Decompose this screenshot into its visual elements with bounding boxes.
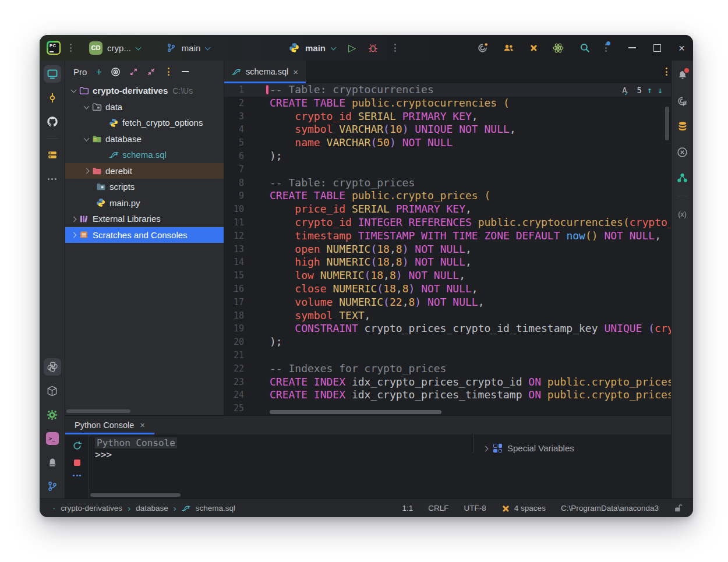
run-options-kebab-icon[interactable] — [390, 44, 401, 52]
code-line-20[interactable]: 20); — [224, 335, 671, 349]
line-number[interactable]: 24 — [224, 388, 252, 402]
tree-item-scripts[interactable]: scripts — [65, 179, 224, 195]
chevron-right-icon[interactable] — [483, 446, 488, 451]
stop-console-icon[interactable] — [74, 460, 80, 466]
inspections-widget[interactable]: A✓ 5 ↑ ↓ — [622, 85, 663, 96]
hierarchy-molecule-icon[interactable] — [674, 169, 691, 186]
python-packages-tool-icon[interactable] — [44, 382, 61, 400]
code-line-24[interactable]: 24CREATE INDEX idx_crypto_prices_timesta… — [224, 388, 671, 402]
line-number[interactable]: 13 — [224, 243, 252, 256]
variables-view-icon[interactable]: (x) — [674, 206, 691, 223]
indent-setting[interactable]: 4 spaces — [514, 504, 546, 512]
chevron-right-icon[interactable] — [84, 168, 89, 174]
line-number[interactable]: 15 — [224, 269, 252, 282]
more-tool-windows-icon[interactable] — [44, 170, 61, 188]
editor-horizontal-scrollbar[interactable] — [270, 410, 441, 414]
debug-button[interactable] — [367, 42, 379, 54]
code-line-11[interactable]: 11 crypto_id INTEGER REFERENCES public.c… — [224, 216, 671, 229]
line-separator[interactable]: CRLF — [428, 504, 448, 512]
main-menu-kebab-icon[interactable] — [65, 44, 76, 52]
notifications-more-icon[interactable] — [605, 44, 607, 52]
line-number[interactable]: 20 — [224, 335, 252, 349]
add-icon[interactable]: + — [96, 66, 102, 77]
tree-item-derebit[interactable]: derebit — [65, 163, 224, 179]
code-line-10[interactable]: 10 price_id SERIAL PRIMARY KEY, — [224, 203, 671, 216]
line-number[interactable]: 5 — [224, 136, 252, 150]
code-line-18[interactable]: 18 symbol TEXT, — [224, 309, 671, 323]
code-line-8[interactable]: 8-- Table: crypto_prices — [224, 176, 671, 190]
atom-science-icon[interactable] — [553, 42, 564, 54]
run-config-selector[interactable]: main — [305, 43, 326, 53]
run-button[interactable]: ▷ — [348, 43, 356, 53]
code-line-14[interactable]: 14 high NUMERIC(18,8) NOT NULL, — [224, 256, 671, 269]
console-prompt[interactable]: >>> — [95, 449, 473, 460]
tree-item-scratches-and-consoles[interactable]: Scratches and Consoles — [65, 227, 224, 243]
notifications-bell-icon[interactable] — [674, 66, 691, 84]
problems-tool-icon[interactable] — [44, 454, 61, 471]
line-number[interactable]: 3 — [224, 110, 252, 123]
code-line-17[interactable]: 17 volume NUMERIC(22,8) NOT NULL, — [224, 296, 671, 309]
tab-schema-sql[interactable]: schema.sql × — [224, 61, 306, 83]
project-tool-icon[interactable] — [44, 65, 61, 83]
line-number[interactable]: 6 — [224, 150, 252, 163]
code-line-9[interactable]: 9CREATE TABLE public.crypto_prices ( — [224, 189, 671, 203]
branch-selector[interactable]: main — [182, 43, 201, 53]
editor-options-kebab-icon[interactable] — [662, 68, 671, 76]
terminal-tool-icon[interactable]: >_ — [44, 430, 61, 447]
code-line-16[interactable]: 16 close NUMERIC(18,8) NOT NULL, — [224, 282, 671, 296]
code-line-1[interactable]: 1-- Table: cryptocurrencies — [224, 83, 671, 97]
line-number[interactable]: 2 — [224, 97, 252, 110]
tree-item-main-py[interactable]: main.py — [65, 195, 224, 211]
line-number[interactable]: 14 — [224, 256, 252, 269]
tree-item-external-libraries[interactable]: External Libraries — [65, 211, 224, 227]
git-tool-icon[interactable] — [44, 478, 61, 495]
line-number[interactable]: 4 — [224, 123, 252, 136]
tree-item-data[interactable]: data — [65, 99, 224, 115]
code-line-23[interactable]: 23CREATE INDEX idx_crypto_prices_crypto_… — [224, 376, 671, 389]
console-more-icon[interactable] — [73, 475, 81, 476]
code-line-15[interactable]: 15 low NUMERIC(18,8) NOT NULL, — [224, 269, 671, 282]
close-window-button[interactable]: × — [678, 43, 685, 54]
tree-item-schema-sql[interactable]: schema.sql — [65, 147, 224, 163]
special-variables-pane[interactable]: Special Variables — [473, 434, 671, 453]
line-number[interactable]: 22 — [224, 362, 252, 376]
breadcrumb-folder[interactable]: database — [136, 504, 168, 512]
ai-assistant-icon[interactable] — [477, 42, 489, 54]
line-number[interactable]: 8 — [224, 176, 252, 190]
code-line-12[interactable]: 12 timestamp TIMESTAMP WITH TIME ZONE DE… — [224, 229, 671, 243]
collapse-all-icon[interactable] — [147, 68, 156, 76]
caret-position[interactable]: 1:1 — [402, 504, 414, 512]
chevron-down-icon[interactable] — [71, 88, 76, 93]
line-number[interactable]: 19 — [224, 322, 252, 335]
console-tab[interactable]: Python Console × — [65, 416, 154, 434]
search-everywhere-icon[interactable] — [579, 42, 591, 54]
tree-item-fetch-crypto-options[interactable]: fetch_crypto_options — [65, 115, 224, 131]
ai-chat-icon[interactable] — [674, 92, 691, 109]
code-line-4[interactable]: 4 symbol VARCHAR(10) UNIQUE NOT NULL, — [224, 123, 671, 136]
pycharm-logo-icon[interactable]: PC — [47, 41, 61, 55]
previous-problem-arrow-icon[interactable]: ↑ — [647, 85, 652, 96]
commit-tool-icon[interactable] — [44, 89, 61, 107]
code-line-21[interactable]: 21 — [224, 349, 671, 362]
minimize-button[interactable] — [628, 47, 636, 48]
chevron-down-icon[interactable] — [84, 104, 89, 109]
structure-storage-icon[interactable] — [44, 146, 61, 164]
tree-item-project-root[interactable]: crypto-derivatives C:\Us — [65, 83, 224, 99]
breadcrumb-project[interactable]: crypto-derivatives — [61, 504, 122, 512]
line-number[interactable]: 11 — [224, 216, 252, 229]
circle-x-plugin-icon[interactable] — [674, 143, 691, 161]
line-number[interactable]: 9 — [224, 189, 252, 203]
chevron-right-icon[interactable] — [71, 216, 76, 221]
code-line-19[interactable]: 19 CONSTRAINT crypto_prices_crypto_id_ti… — [224, 322, 671, 335]
unlock-icon[interactable] — [674, 504, 683, 512]
tools-icon[interactable] — [529, 44, 538, 52]
close-tab-icon[interactable]: × — [293, 67, 298, 77]
next-problem-arrow-icon[interactable]: ↓ — [658, 85, 663, 96]
services-tool-icon[interactable] — [44, 406, 61, 423]
line-number[interactable]: 23 — [224, 376, 252, 389]
code-line-5[interactable]: 5 name VARCHAR(50) NOT NULL — [224, 136, 671, 150]
code-editor[interactable]: 1-- Table: cryptocurrencies2CREATE TABLE… — [224, 83, 671, 415]
line-number[interactable]: 1 — [224, 83, 252, 97]
code-line-2[interactable]: 2CREATE TABLE public.cryptocurrencies ( — [224, 97, 671, 110]
line-number[interactable]: 7 — [224, 163, 252, 176]
